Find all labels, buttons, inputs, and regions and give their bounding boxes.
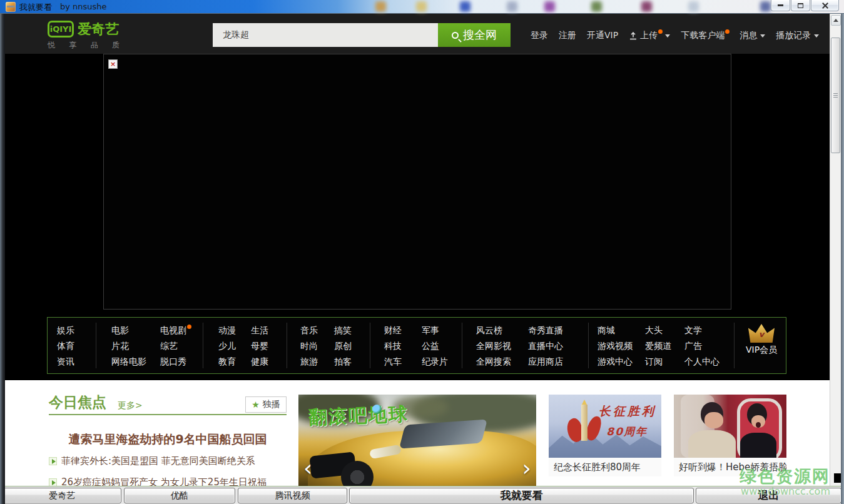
window-subtitle: by nnsushe	[60, 2, 107, 11]
nav-divider	[96, 323, 96, 368]
today-focus-title: 今日焦点	[49, 393, 106, 412]
vip-crown-icon: v	[748, 324, 775, 343]
nav-item[interactable]: 直播中心	[528, 338, 563, 354]
chevron-down-icon	[665, 34, 670, 38]
nav-item[interactable]: 原创	[334, 338, 352, 354]
upload-link[interactable]: 上传	[629, 30, 670, 41]
nav-item[interactable]: 片花	[111, 338, 146, 354]
nav-item[interactable]: 脱口秀	[160, 354, 191, 370]
exit-button[interactable]: 退出	[696, 488, 841, 503]
play-history-link[interactable]: 播放记录	[776, 30, 819, 41]
thumbnail-image: 长征胜利 80周年	[549, 395, 661, 458]
download-client-link[interactable]: 下载客户端	[681, 30, 729, 41]
nav-item[interactable]: 广告	[684, 338, 719, 354]
tab-iqiyi[interactable]: 爱奇艺	[3, 488, 121, 503]
iqiyi-logo-icon[interactable]: iQIYI	[48, 21, 74, 38]
nav-item[interactable]: 拍客	[334, 354, 352, 370]
scrollbar-thumb[interactable]	[831, 38, 840, 153]
register-link[interactable]: 注册	[559, 30, 576, 41]
more-link[interactable]: 更多>	[118, 400, 143, 411]
nav-item[interactable]: 音乐	[300, 323, 318, 338]
nav-item[interactable]: 文学	[684, 323, 719, 338]
play-bullet-icon	[49, 478, 57, 486]
ad-panel[interactable]: ×	[103, 54, 731, 310]
nav-item[interactable]: 财经	[384, 323, 402, 338]
tab-youku[interactable]: 优酷	[124, 488, 235, 503]
open-vip-link[interactable]: 开通VIP	[587, 30, 618, 41]
thumb-art	[688, 430, 736, 458]
nav-item[interactable]: 动漫	[218, 323, 236, 338]
nav-item[interactable]: 电影	[111, 323, 146, 338]
carousel-next-button[interactable]: ›	[522, 457, 531, 480]
window-titlebar[interactable]: 我就要看 by nnsushe	[0, 0, 844, 14]
nav-item[interactable]: 母婴	[251, 338, 268, 354]
vip-label: VIP会员	[737, 345, 786, 356]
ad-close-button[interactable]: ×	[108, 59, 118, 69]
nav-item[interactable]: 游戏中心	[597, 354, 633, 370]
nav-col: 文学 广告 个人中心	[684, 323, 719, 370]
play-bullet-icon	[49, 457, 57, 465]
nav-item[interactable]: 汽车	[384, 354, 402, 370]
nav-col: 生活 母婴 健康	[251, 323, 268, 370]
nav-item[interactable]: 网络电影	[111, 354, 146, 370]
nav-item[interactable]: 爱频道	[645, 338, 671, 354]
nav-item[interactable]: 搞笑	[334, 323, 352, 338]
nav-item[interactable]: 资讯	[57, 354, 74, 370]
nav-item[interactable]: 少儿	[218, 338, 236, 354]
nav-item[interactable]: 应用商店	[528, 354, 563, 370]
thumb-art	[581, 405, 587, 441]
nav-item[interactable]: 娱乐	[57, 323, 74, 338]
nav-item[interactable]: 生活	[251, 323, 268, 338]
headline-link[interactable]: 遭索马里海盗劫持的9名中国船员回国	[49, 431, 287, 448]
exclusive-button[interactable]: ★ 独播	[245, 396, 287, 413]
nav-item[interactable]: 公益	[422, 338, 448, 354]
nav-item[interactable]: 风云榜	[476, 323, 511, 338]
crown-letter: v	[748, 330, 775, 339]
tab-wojiuyaokan[interactable]: 我就要看	[349, 488, 694, 503]
app-window: 我就要看 by nnsushe iQIYI 爱奇艺 悦 享 品 质 搜全网	[0, 0, 844, 504]
carousel-prev-button[interactable]: ‹	[303, 457, 312, 480]
nav-item[interactable]: 时尚	[300, 338, 318, 354]
header-links: 登录 注册 开通VIP 上传 下载客户端 消息 播放	[531, 29, 819, 43]
nav-item[interactable]: 健康	[251, 354, 268, 370]
nav-item[interactable]: 科技	[384, 338, 402, 354]
tab-tencent[interactable]: 腾讯视频	[238, 488, 347, 503]
nav-item[interactable]: 综艺	[160, 338, 191, 354]
star-icon: ★	[252, 400, 260, 410]
nav-item[interactable]: 大头	[645, 323, 671, 338]
nav-item[interactable]: 商城	[597, 323, 633, 338]
nav-item[interactable]: 奇秀直播	[528, 323, 563, 338]
scroll-up-button[interactable]	[831, 15, 841, 26]
desktop-icon-blur	[544, 1, 555, 12]
maximize-button[interactable]	[791, 0, 810, 11]
video-card[interactable]: 长征胜利 80周年 纪念长征胜利80周年	[549, 395, 661, 476]
vip-member-link[interactable]: v VIP会员	[737, 321, 786, 356]
nav-item[interactable]: 军事	[422, 323, 448, 338]
app-icon	[6, 2, 16, 12]
minimize-button[interactable]	[771, 0, 790, 11]
news-item[interactable]: 26岁癌症妈妈冒死产女 为女儿录下25年生日祝福	[49, 476, 267, 486]
video-card[interactable]: 好听到爆！Hebe娇羞捂脸	[674, 395, 786, 476]
messages-link[interactable]: 消息	[740, 30, 765, 41]
chevron-down-icon	[760, 34, 765, 38]
nav-item[interactable]: 电视剧	[160, 323, 191, 338]
nav-item[interactable]: 订阅	[645, 354, 671, 370]
close-button[interactable]	[811, 0, 839, 11]
nav-item[interactable]: 教育	[218, 354, 236, 370]
nav-item[interactable]: 旅游	[300, 354, 318, 370]
nav-item[interactable]: 游戏视频	[597, 338, 633, 354]
carousel[interactable]: 翻滚吧地球 ‹ ›	[298, 395, 536, 486]
nav-item[interactable]: 体育	[57, 338, 74, 354]
search-input[interactable]	[213, 23, 438, 47]
news-item[interactable]: 菲律宾外长:美国是盟国 菲无意同美国断绝关系	[49, 455, 255, 467]
desktop-icon-blur	[375, 1, 386, 12]
iqiyi-logo-text[interactable]: 爱奇艺	[78, 20, 119, 39]
nav-item[interactable]: 个人中心	[684, 354, 719, 370]
nav-col: 电影 片花 网络电影	[111, 323, 146, 370]
nav-item[interactable]: 纪录片	[422, 354, 448, 370]
login-link[interactable]: 登录	[531, 30, 548, 41]
vertical-scrollbar[interactable]	[830, 14, 841, 486]
nav-item[interactable]: 全网影视	[476, 338, 511, 354]
search-button[interactable]: 搜全网	[438, 23, 511, 47]
nav-item[interactable]: 全网搜索	[476, 354, 511, 370]
